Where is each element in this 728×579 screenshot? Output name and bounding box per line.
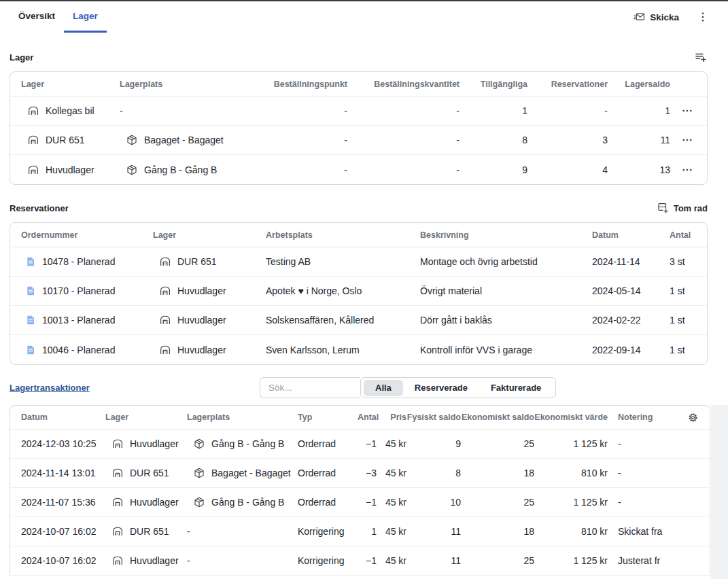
table-row[interactable]: 10478 - Planerad DUR 651 Testing AB Mont… [10, 247, 707, 277]
row-actions-button[interactable] [681, 134, 696, 146]
topbar-actions: Skicka [633, 1, 709, 33]
col-tillgangliga: Tillgängliga [460, 80, 527, 89]
table-row: 2024-12-03 10:25 Huvudlager Gång B - Gån… [10, 429, 710, 459]
document-icon [25, 256, 36, 267]
table-row: DUR 651 Bagaget - Bagaget - - 8 3 11 [10, 126, 707, 155]
transaktioner-table-card: Datum Lager Lagerplats Typ Antal Pris Fy… [10, 405, 710, 576]
col-arbetsplats: Arbetsplats [266, 230, 420, 240]
package-icon [126, 134, 138, 146]
col-datum: Datum [592, 230, 670, 240]
table-row[interactable]: 10170 - Planerad Huvudlager Apotek ♥ i N… [10, 277, 707, 306]
warehouse-icon [27, 134, 39, 146]
col-lagersaldo: Lagersaldo [608, 80, 670, 89]
warehouse-icon [159, 314, 171, 326]
tom-rad-label: Tom rad [674, 203, 708, 213]
table-row: 2024-10-07 16:02 Huvudlager - Korrigerin… [10, 546, 710, 576]
col-notering: Notering [608, 413, 678, 422]
reservationer-table-card: Ordernummer Lager Arbetsplats Beskrivnin… [10, 222, 708, 365]
gear-icon [687, 412, 699, 423]
table-row[interactable]: 10013 - Planerad Huvudlager Solskensaffä… [10, 306, 707, 335]
filter-segmented-control: Alla Reserverade Fakturerade [360, 377, 556, 398]
package-icon [193, 467, 205, 479]
col-lager: Lager [105, 413, 187, 422]
col-ekonomiskt-varde: Ekonomiskt värde [534, 413, 608, 422]
tom-rad-button[interactable]: Tom rad [657, 202, 708, 214]
filter-reserverade[interactable]: Reserverade [403, 380, 479, 396]
row-actions-button[interactable] [681, 105, 696, 117]
col-datum: Datum [21, 413, 105, 422]
warehouse-icon [111, 438, 124, 450]
transaktioner-controls: Alla Reserverade Fakturerade [260, 377, 556, 398]
warehouse-icon [159, 285, 171, 297]
warehouse-icon [111, 496, 124, 508]
warehouse-icon [111, 555, 124, 567]
col-lagerplats: Lagerplats [187, 413, 298, 422]
kebab-horizontal-icon [681, 105, 693, 117]
col-antal: Antal [358, 413, 377, 422]
document-icon [25, 285, 36, 296]
reservationer-section-title: Reservationer [10, 203, 69, 213]
warehouse-icon [27, 164, 39, 176]
table-row: Huvudlager Gång B - Gång B - - 9 4 13 [10, 155, 707, 184]
col-reservationer: Reservationer [527, 80, 608, 89]
table-row: 2024-10-07 16:02 DUR 651 - Korrigering 1… [10, 517, 710, 546]
lagertransaktioner-link[interactable]: Lagertransaktioner [10, 383, 90, 393]
package-icon [193, 438, 205, 450]
lager-table-card: Lager Lagerplats Beställningspunkt Bestä… [10, 71, 708, 185]
col-ordernummer: Ordernummer [21, 230, 153, 240]
document-icon [25, 315, 36, 326]
reservationer-section-header: Reservationer Tom rad [10, 201, 708, 215]
transaktioner-table-header: Datum Lager Lagerplats Typ Antal Pris Fy… [10, 406, 710, 429]
col-antal: Antal [670, 230, 696, 240]
package-icon [126, 164, 138, 176]
lager-section-title: Lager [10, 52, 33, 63]
warehouse-icon [111, 467, 124, 479]
kebab-vertical-icon [697, 11, 709, 23]
warehouse-icon [111, 525, 124, 538]
topbar: Översikt Lager Skicka [0, 1, 728, 33]
send-button-label: Skicka [650, 12, 679, 22]
col-pris: Pris [377, 413, 406, 422]
transaktioner-section-header: Lagertransaktioner Alla Reserverade Fakt… [10, 377, 710, 398]
kebab-horizontal-icon [681, 164, 693, 176]
col-lager: Lager [21, 80, 120, 89]
document-icon [25, 345, 36, 355]
col-bestallningskvantitet: Beställningskvantitet [347, 80, 460, 89]
send-button[interactable]: Skicka [633, 11, 679, 23]
col-beskrivning: Beskrivning [420, 230, 592, 240]
tab-oversikt[interactable]: Översikt [10, 1, 64, 33]
col-ekonomiskt-saldo: Ekonomiskt saldo [461, 413, 534, 422]
table-row[interactable]: 10046 - Planerad Huvudlager Sven Karlsso… [10, 335, 707, 364]
tab-bar: Översikt Lager [10, 1, 107, 33]
lager-add-row-button[interactable] [694, 50, 708, 64]
lager-section-header: Lager [10, 50, 708, 64]
row-plus-icon [657, 202, 669, 214]
right-gutter [711, 405, 728, 579]
lager-table-header: Lager Lagerplats Beställningspunkt Bestä… [10, 72, 707, 96]
row-actions-button[interactable] [681, 164, 696, 176]
table-row: Kollegas bil - - - 1 - 1 [10, 96, 707, 126]
send-envelope-icon [633, 11, 645, 23]
filter-alla[interactable]: Alla [364, 380, 403, 396]
search-input[interactable] [260, 377, 360, 398]
filter-fakturerade[interactable]: Fakturerade [479, 380, 553, 396]
list-add-icon [694, 50, 708, 64]
column-settings-button[interactable] [687, 412, 699, 423]
table-row: 2024-11-07 15:36 Huvudlager Gång B - Gån… [10, 488, 710, 517]
warehouse-icon [159, 344, 171, 356]
reservationer-table-header: Ordernummer Lager Arbetsplats Beskrivnin… [10, 223, 707, 247]
col-bestallningspunkt: Beställningspunkt [228, 80, 347, 89]
kebab-horizontal-icon [681, 134, 693, 146]
col-lager: Lager [153, 230, 266, 240]
col-fysiskt-saldo: Fysiskt saldo [406, 413, 461, 422]
package-icon [193, 496, 205, 508]
warehouse-icon [27, 105, 39, 117]
table-row: 2024-11-14 13:01 DUR 651 Bagaget - Bagag… [10, 459, 710, 488]
warehouse-icon [159, 256, 171, 268]
col-typ: Typ [298, 413, 358, 422]
topbar-menu-button[interactable] [697, 11, 709, 23]
col-lagerplats: Lagerplats [120, 80, 228, 89]
tab-lager[interactable]: Lager [64, 1, 107, 33]
